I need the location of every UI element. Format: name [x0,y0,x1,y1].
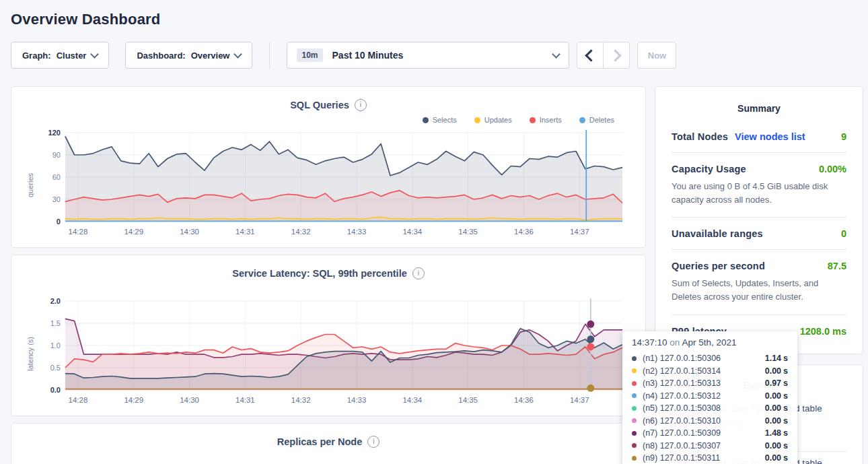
graph-dropdown-value: Cluster [57,51,87,61]
toolbar-divider [269,42,270,69]
summary-row-unavailable-ranges: Unavailable ranges 0 [672,218,846,250]
svg-text:1.0: 1.0 [50,341,61,350]
capacity-usage-label: Capacity Usage [672,164,746,174]
tooltip-row: (n2) 127.0.0.1:503140.00s [632,365,788,378]
legend-item-deletes[interactable]: Deletes [579,116,614,124]
sql-queries-panel: SQL Queries SelectsUpdatesInsertsDeletes… [11,86,646,248]
svg-text:14:32: 14:32 [291,228,311,236]
legend-dot [579,117,585,123]
unavailable-ranges-label: Unavailable ranges [672,228,763,239]
time-range-selector[interactable]: 10m Past 10 Minutes [287,42,569,69]
now-button[interactable]: Now [637,42,676,69]
legend-item-updates[interactable]: Updates [474,116,512,124]
tooltip-row: (n1) 127.0.0.1:503061.14s [632,352,788,365]
capacity-usage-value: 0.00% [819,164,846,174]
svg-text:14:35: 14:35 [458,228,478,236]
legend-dot [474,117,480,123]
dashboard-dropdown-label: Dashboard: [137,51,185,61]
svg-text:30: 30 [52,195,61,203]
queries-per-second-label: Queries per second [672,261,765,271]
service-latency-title: Service Latency: SQL, 99th percentile [232,268,407,279]
service-latency-chart[interactable]: 14:2814:2914:3014:3114:3214:3314:3414:35… [36,296,632,411]
legend-dot [530,117,536,123]
queries-per-second-value: 87.5 [828,261,846,271]
replicas-per-node-panel: Replicas per Node [11,423,646,464]
svg-text:14:31: 14:31 [236,396,255,404]
svg-text:0.5: 0.5 [50,364,61,372]
replicas-per-node-title: Replicas per Node [277,436,363,447]
tooltip-row: (n3) 127.0.0.1:503130.97s [632,377,788,390]
sql-queries-chart[interactable]: 14:2814:2914:3014:3114:3214:3314:3414:35… [36,127,632,243]
svg-text:14:33: 14:33 [347,396,367,404]
series-dot [632,406,637,411]
series-dot [632,431,637,436]
svg-text:14:32: 14:32 [291,396,311,404]
chevron-left-icon [585,49,598,61]
overview-dashboard-page: Overview Dashboard Graph: Cluster Dashbo… [0,11,868,464]
tooltip-row: (n7) 127.0.0.1:503091.48s [632,427,788,440]
tooltip-row: (n9) 127.0.0.1:503110.00s [632,452,788,464]
svg-text:14:36: 14:36 [514,396,534,404]
svg-text:2.0: 2.0 [50,297,61,305]
svg-text:14:28: 14:28 [69,228,88,236]
queries-per-second-description: Sum of Selects, Updates, Inserts, and De… [672,277,846,304]
page-title: Overview Dashboard [11,11,868,28]
info-icon[interactable] [355,99,367,111]
svg-text:14:28: 14:28 [69,396,88,404]
summary-title: Summary [672,103,846,114]
chevron-down-icon [552,50,561,59]
info-icon[interactable] [412,267,425,279]
total-nodes-value: 9 [841,131,846,142]
svg-text:0.0: 0.0 [50,386,61,394]
svg-text:14:34: 14:34 [402,396,422,404]
series-dot [632,393,637,398]
unavailable-ranges-value: 0 [841,228,846,239]
summary-row-capacity-usage: Capacity Usage 0.00% You are using 0 B o… [672,153,846,218]
svg-text:14:29: 14:29 [124,228,143,236]
view-nodes-list-link[interactable]: View nodes list [735,131,805,142]
info-icon[interactable] [367,436,379,448]
chevron-right-icon [610,49,622,61]
chevron-down-icon [234,50,243,59]
svg-text:14:29: 14:29 [124,396,143,404]
svg-text:14:37: 14:37 [570,396,589,404]
capacity-usage-description: You are using 0 B of 4.5 GiB usable disk… [672,180,846,207]
graph-dropdown[interactable]: Graph: Cluster [11,42,109,69]
series-dot [632,356,637,361]
svg-text:14:37: 14:37 [570,228,589,236]
tooltip-row: (n8) 127.0.0.1:503070.00s [632,440,788,453]
dashboard-dropdown[interactable]: Dashboard: Overview [125,42,252,69]
tooltip-row: (n4) 127.0.0.1:503120.00s [632,390,788,403]
svg-text:120: 120 [48,129,61,137]
svg-text:0: 0 [57,218,61,226]
y-axis-label: latency (s) [25,296,36,411]
sql-queries-title: SQL Queries [290,100,349,110]
legend-item-selects[interactable]: Selects [423,116,457,124]
dashboard-dropdown-value: Overview [191,51,230,61]
svg-text:14:31: 14:31 [236,228,255,236]
svg-text:60: 60 [52,173,61,181]
summary-row-total-nodes: Total Nodes View nodes list 9 [672,121,846,153]
svg-text:14:34: 14:34 [402,228,422,236]
time-pager [577,42,630,69]
time-prev-button[interactable] [577,42,604,69]
tooltip-timestamp: 14:37:10 on Apr 5th, 2021 [632,337,788,352]
legend-dot [423,117,429,123]
svg-text:14:33: 14:33 [347,228,367,236]
charts-column: SQL Queries SelectsUpdatesInsertsDeletes… [11,86,646,464]
summary-row-queries-per-second: Queries per second 87.5 Sum of Selects, … [672,250,846,314]
toolbar: Graph: Cluster Dashboard: Overview 10m P… [11,42,868,69]
summary-panel: Summary Total Nodes View nodes list 9 Ca… [655,86,863,354]
svg-text:14:30: 14:30 [180,396,199,404]
series-dot [632,443,637,448]
time-range-badge: 10m [297,48,322,62]
chart-hover-tooltip: 14:37:10 on Apr 5th, 2021 (n1) 127.0.0.1… [622,331,797,464]
legend-item-inserts[interactable]: Inserts [530,116,562,124]
chevron-down-icon [91,50,100,59]
svg-text:14:30: 14:30 [180,228,199,236]
time-next-button[interactable] [603,42,630,69]
svg-text:1.5: 1.5 [50,319,61,327]
tooltip-row: (n6) 127.0.0.1:503100.00s [632,415,788,428]
p99-latency-value: 1208.0 ms [800,326,846,337]
total-nodes-label: Total Nodes [672,131,728,142]
